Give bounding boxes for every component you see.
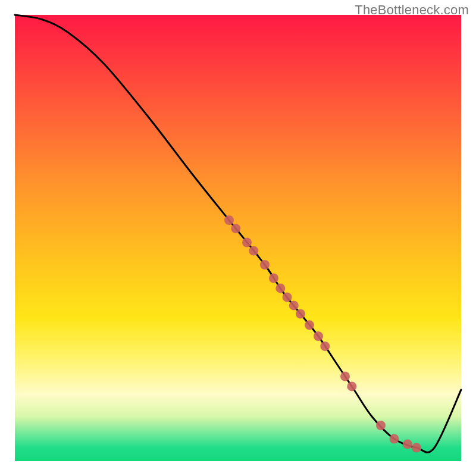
scatter-dot	[283, 292, 292, 302]
scatter-dot	[224, 215, 234, 225]
chart-svg	[15, 15, 461, 461]
scatter-dot	[376, 421, 386, 430]
scatter-dot	[269, 274, 278, 283]
watermark-text: TheBottleneck.com	[355, 2, 469, 18]
scatter-dot	[403, 440, 412, 449]
scatter-dot	[305, 320, 314, 330]
bottleneck-curve	[15, 15, 461, 452]
scatter-dot	[296, 309, 305, 319]
plot-area	[15, 15, 461, 461]
scatter-dot	[320, 342, 330, 351]
scatter-dot	[249, 246, 258, 256]
scatter-dot	[412, 443, 421, 453]
chart-container: TheBottleneck.com	[0, 0, 476, 476]
scatter-points	[224, 215, 421, 453]
scatter-dot	[242, 238, 252, 248]
scatter-dot	[231, 224, 240, 233]
scatter-dot	[275, 283, 285, 293]
scatter-dot	[289, 300, 299, 310]
scatter-dot	[347, 381, 356, 391]
scatter-dot	[260, 260, 270, 270]
scatter-dot	[340, 372, 350, 381]
scatter-dot	[390, 434, 399, 444]
scatter-dot	[314, 331, 323, 341]
